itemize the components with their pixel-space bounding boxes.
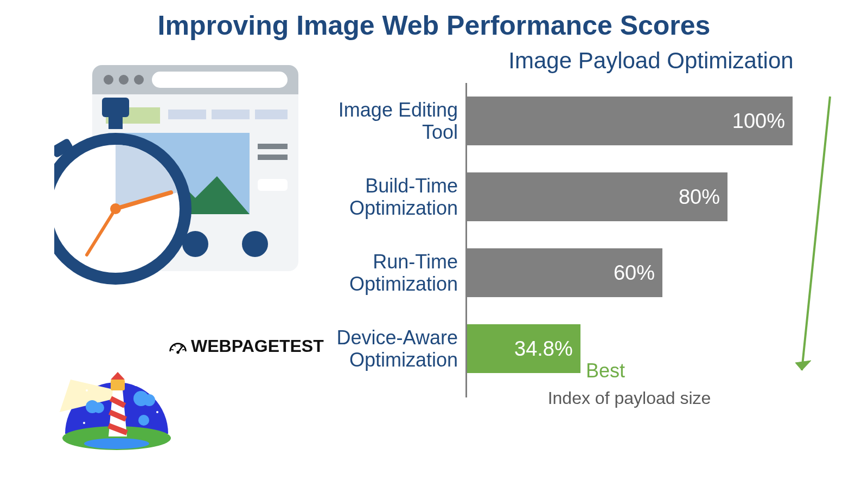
bar: 80% <box>467 172 727 221</box>
svg-rect-8 <box>168 110 206 119</box>
category-label: Run-TimeOptimization <box>326 251 467 296</box>
bar: 60% <box>467 248 662 297</box>
chart-title: Image Payload Optimization <box>467 48 835 74</box>
best-annotation: Best <box>586 359 625 382</box>
chart-row: Run-TimeOptimization60% <box>326 240 841 305</box>
svg-point-41 <box>143 394 155 406</box>
svg-point-33 <box>84 438 149 449</box>
svg-point-5 <box>134 75 144 85</box>
svg-point-3 <box>104 75 113 85</box>
x-axis-label: Index of payload size <box>467 388 792 408</box>
svg-point-46 <box>86 389 88 391</box>
svg-rect-37 <box>111 380 125 390</box>
bar-chart: Image Payload Optimization Image Editing… <box>326 48 841 465</box>
svg-rect-10 <box>255 110 288 119</box>
category-label: Image EditingTool <box>326 99 467 144</box>
performance-illustration <box>54 60 304 293</box>
svg-point-17 <box>242 231 268 257</box>
lighthouse-logo <box>54 347 179 450</box>
slide: Improving Image Web Performance Scores <box>0 0 868 488</box>
chart-plot-area: Image EditingTool100%Build-TimeOptimizat… <box>326 83 841 408</box>
svg-rect-19 <box>108 114 123 129</box>
svg-rect-14 <box>258 155 288 160</box>
category-label: Build-TimeOptimization <box>326 175 467 220</box>
svg-line-29 <box>182 349 185 350</box>
chart-row: Device-AwareOptimization34.8% <box>326 316 841 381</box>
svg-point-4 <box>119 75 129 85</box>
page-title: Improving Image Web Performance Scores <box>0 10 868 41</box>
svg-point-43 <box>83 422 85 424</box>
svg-rect-13 <box>258 144 288 149</box>
svg-line-28 <box>181 344 182 346</box>
bar: 100% <box>467 97 793 145</box>
svg-rect-9 <box>212 110 250 119</box>
svg-point-45 <box>135 384 137 386</box>
svg-rect-6 <box>152 72 288 88</box>
chart-row: Image EditingTool100% <box>326 88 841 153</box>
svg-rect-15 <box>258 179 288 191</box>
svg-point-44 <box>156 411 158 413</box>
webpagetest-label: WEBPAGETEST <box>191 336 324 356</box>
svg-point-42 <box>138 415 149 426</box>
bar-zone: 80% <box>467 172 793 221</box>
category-label: Device-AwareOptimization <box>326 326 467 371</box>
svg-line-47 <box>802 97 830 370</box>
bar-zone: 100% <box>467 97 793 145</box>
bar: 34.8% <box>467 324 580 373</box>
bar-zone: 60% <box>467 248 793 297</box>
svg-marker-48 <box>795 361 811 370</box>
bar-zone: 34.8% <box>467 324 793 373</box>
svg-point-39 <box>93 402 104 413</box>
trend-arrow-icon <box>792 94 835 397</box>
chart-row: Build-TimeOptimization80% <box>326 164 841 229</box>
svg-point-25 <box>110 203 121 214</box>
webpagetest-logo: WEBPAGETEST <box>168 336 324 356</box>
svg-line-27 <box>174 344 176 346</box>
